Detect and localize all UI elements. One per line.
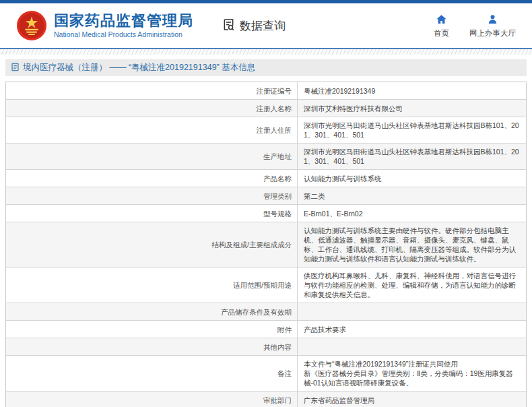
- row-value-text: 产品技术要求: [304, 325, 520, 334]
- nav-item-service-hall[interactable]: 网上办事大厅: [469, 13, 516, 38]
- row-value-text: 本文件与“粤械注准20192191349”注册证共同使用: [304, 359, 520, 369]
- table-row: 附件 产品技术要求: [6, 321, 526, 338]
- row-label: 管理类别: [263, 191, 292, 201]
- table-row: 备注 本文件与“粤械注准20192191349”注册证共同使用新《医疗器械分类目…: [6, 356, 526, 392]
- table-row: 注册人名称 深圳市艾利特医疗科技有限公司: [6, 100, 526, 117]
- row-value-text: 新《医疗器械分类目录》管理类别：Ⅱ类，分类编码：19医用康复器械-01认知言语视…: [304, 369, 520, 387]
- table-row: 型号规格 E-Brn01、E-Brn02: [6, 205, 526, 222]
- row-label: 产品名称: [263, 174, 292, 183]
- row-value-text: 深圳市光明区马田街道马山头社区钟表基地君斯达科技园B栋101、201、301、4…: [304, 121, 520, 139]
- row-label-cell: 型号规格: [6, 205, 298, 222]
- row-label: 结构及组成/主要组成成分: [212, 240, 292, 249]
- document-icon: [11, 63, 20, 73]
- row-value: 供医疗机构耳鼻喉科、儿科、康复科、神经科使用，对语言信号进行与软件功能相应的检测…: [298, 268, 526, 303]
- row-label: 注册人名称: [257, 104, 292, 113]
- header-divider: [0, 48, 532, 55]
- info-table: 注册证编号 粤械注准20192191349 注册人名称 深圳市艾利特医疗科技有限…: [5, 82, 527, 407]
- header-nav: 首页 网上办事大厅: [434, 13, 521, 38]
- row-value-text: 认知能力测试与训练系统主要由硬件与软件。硬件部分包括电脑主机、低通滤波器、触摸显…: [304, 226, 520, 263]
- site-header: 国家药品监督管理局 National Medical Products Admi…: [0, 3, 532, 48]
- row-value: 深圳市光明区马田街道马山头社区钟表基地君斯达科技园B栋101、201、301、4…: [298, 144, 526, 169]
- row-value: 产品技术要求: [298, 321, 526, 338]
- page-title-bar: 境内医疗器械（注册） —— “粤械注准20192191349” 基本信息: [5, 59, 527, 76]
- row-label: 备注: [277, 369, 292, 378]
- row-label-cell: 其他内容: [6, 338, 298, 355]
- table-row: 注册证编号 粤械注准20192191349: [6, 82, 526, 100]
- table-row: 结构及组成/主要组成成分 认知能力测试与训练系统主要由硬件与软件。硬件部分包括电…: [6, 222, 526, 268]
- table-row: 产品储存条件及有效期: [6, 303, 526, 321]
- row-value-text: 广东省药品监督管理局: [304, 396, 520, 405]
- brand-text: 国家药品监督管理局 National Medical Products Admi…: [54, 13, 193, 38]
- nav-item-home[interactable]: 首页: [434, 13, 449, 38]
- table-row: 产品名称 认知能力测试与训练系统: [6, 170, 526, 187]
- row-label-cell: 附件: [6, 321, 298, 338]
- table-row: 管理类别 第二类: [6, 187, 526, 205]
- table-row: 审批部门 广东省药品监督管理局: [6, 392, 526, 407]
- row-label-cell: 注册证编号: [6, 82, 298, 99]
- row-value: 粤械注准20192191349: [298, 82, 526, 99]
- data-query-label: 数据查询: [240, 18, 286, 34]
- row-label-cell: 生产地址: [6, 144, 298, 169]
- row-label-cell: 审批部门: [6, 392, 298, 407]
- row-value: 认知能力测试与训练系统: [298, 170, 526, 187]
- row-label: 注册证编号: [257, 86, 292, 96]
- table-row: 注册人住所 深圳市光明区马田街道马山头社区钟表基地君斯达科技园B栋101、201…: [6, 117, 526, 144]
- row-value: E-Brn01、E-Brn02: [298, 205, 526, 222]
- national-emblem-icon: [16, 10, 47, 41]
- nav-item-label: 网上办事大厅: [469, 28, 516, 38]
- home-icon: [436, 13, 447, 26]
- row-label: 型号规格: [263, 209, 292, 218]
- row-label: 审批部门: [263, 396, 292, 405]
- page-title: 境内医疗器械（注册） —— “粤械注准20192191349” 基本信息: [23, 62, 255, 73]
- site-logo: 国家药品监督管理局 National Medical Products Admi…: [16, 10, 193, 41]
- row-value: 认知能力测试与训练系统主要由硬件与软件。硬件部分包括电脑主机、低通滤波器、触摸显…: [298, 222, 526, 267]
- row-label-cell: 管理类别: [6, 187, 298, 204]
- row-label-cell: 注册人住所: [6, 117, 298, 143]
- row-label-cell: 注册人名称: [6, 100, 298, 117]
- row-label: 其他内容: [263, 342, 292, 352]
- site-title: 国家药品监督管理局: [54, 13, 193, 29]
- row-label-cell: 产品储存条件及有效期: [6, 303, 298, 320]
- row-value: 本文件与“粤械注准20192191349”注册证共同使用新《医疗器械分类目录》管…: [298, 356, 526, 391]
- row-label-cell: 适用范围/预期用途: [6, 268, 298, 303]
- site-subtitle: National Medical Products Administration: [54, 30, 193, 38]
- row-label: 适用范围/预期用途: [233, 280, 292, 290]
- user-icon: [487, 13, 498, 26]
- row-value: [298, 303, 526, 320]
- row-value-text: 第二类: [304, 191, 520, 201]
- row-label: 注册人住所: [257, 125, 292, 135]
- row-value: 第二类: [298, 187, 526, 204]
- table-row: 适用范围/预期用途 供医疗机构耳鼻喉科、儿科、康复科、神经科使用，对语言信号进行…: [6, 268, 526, 303]
- data-query-tab[interactable]: 数据查询: [222, 18, 286, 34]
- row-value: [298, 338, 526, 355]
- document-search-icon: [222, 18, 236, 34]
- row-label-cell: 备注: [6, 356, 298, 391]
- row-value: 广东省药品监督管理局: [298, 392, 526, 407]
- table-row: 其他内容: [6, 338, 526, 356]
- row-label: 附件: [277, 325, 292, 334]
- row-value-text: 供医疗机构耳鼻喉科、儿科、康复科、神经科使用，对语言信号进行与软件功能相应的检测…: [304, 271, 520, 299]
- row-label: 产品储存条件及有效期: [221, 307, 292, 317]
- row-value: 深圳市光明区马田街道马山头社区钟表基地君斯达科技园B栋101、201、301、4…: [298, 117, 526, 143]
- row-label: 生产地址: [263, 152, 292, 161]
- row-label-cell: 结构及组成/主要组成成分: [6, 222, 298, 267]
- table-row: 生产地址 深圳市光明区马田街道马山头社区钟表基地君斯达科技园B栋101、201、…: [6, 144, 526, 170]
- row-value-text: E-Brn01、E-Brn02: [304, 209, 520, 218]
- row-value-text: 粤械注准20192191349: [304, 86, 520, 96]
- row-value: 深圳市艾利特医疗科技有限公司: [298, 100, 526, 117]
- nav-item-label: 首页: [434, 28, 449, 38]
- row-label-cell: 产品名称: [6, 170, 298, 187]
- row-value-text: 深圳市艾利特医疗科技有限公司: [304, 104, 520, 113]
- row-value-text: 深圳市光明区马田街道马山头社区钟表基地君斯达科技园B栋101、201、301、4…: [304, 147, 520, 166]
- row-value-text: 认知能力测试与训练系统: [304, 174, 520, 183]
